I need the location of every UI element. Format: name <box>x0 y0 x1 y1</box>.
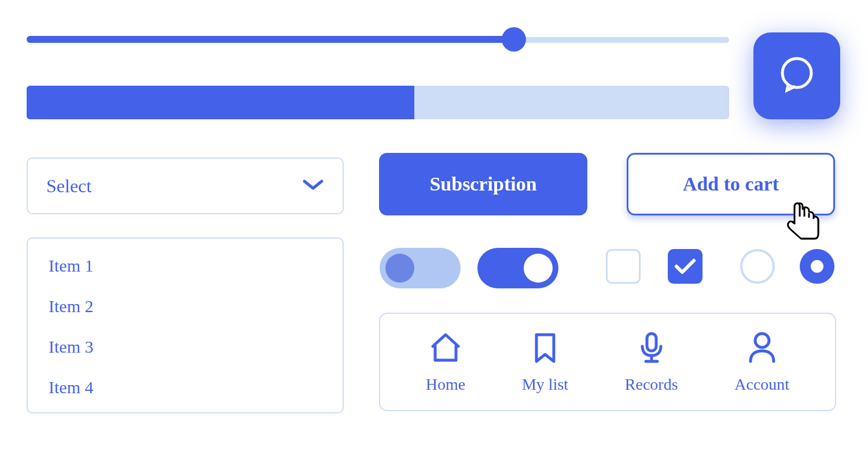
select-dropdown[interactable]: Select <box>27 158 344 214</box>
items-list: Item 1 Item 2 Item 3 Item 4 <box>27 237 344 413</box>
toggle-thumb <box>385 254 414 283</box>
slider-thumb[interactable] <box>502 27 526 52</box>
navigation-bar: Home My list Records Account <box>379 313 836 411</box>
pointer-cursor-icon <box>787 200 822 243</box>
radio-unchecked[interactable] <box>740 249 775 284</box>
subscription-button[interactable]: Subscription <box>379 153 587 215</box>
nav-item-mylist[interactable]: My list <box>522 330 568 394</box>
slider-fill <box>27 36 514 43</box>
microphone-icon <box>634 330 669 367</box>
list-item[interactable]: Item 2 <box>49 296 322 316</box>
nav-label: Records <box>625 375 678 394</box>
radio-inner-dot <box>811 260 823 273</box>
svg-point-0 <box>782 58 811 87</box>
nav-item-records[interactable]: Records <box>625 330 678 394</box>
list-item[interactable]: Item 4 <box>49 378 322 397</box>
list-item[interactable]: Item 1 <box>49 256 322 276</box>
progress-bar-fill <box>27 86 414 119</box>
chat-button[interactable] <box>753 32 840 119</box>
toggle-switch-on[interactable] <box>477 248 558 288</box>
toggle-switch-off[interactable] <box>380 248 461 288</box>
nav-label: My list <box>522 375 568 394</box>
select-label: Select <box>46 175 91 197</box>
nav-item-account[interactable]: Account <box>734 330 789 394</box>
button-label: Add to cart <box>683 173 779 195</box>
nav-item-home[interactable]: Home <box>426 330 465 394</box>
checkbox-checked[interactable] <box>668 249 703 284</box>
svg-rect-1 <box>647 334 656 351</box>
check-icon <box>674 258 697 275</box>
nav-label: Home <box>426 375 465 394</box>
toggle-thumb <box>524 254 553 283</box>
chat-icon <box>777 54 817 97</box>
chevron-down-icon <box>302 178 324 194</box>
nav-label: Account <box>734 375 789 394</box>
user-icon <box>745 330 779 367</box>
checkbox-unchecked[interactable] <box>606 249 641 284</box>
radio-checked[interactable] <box>800 249 834 284</box>
home-icon <box>428 330 463 367</box>
bookmark-icon <box>528 330 562 367</box>
button-label: Subscription <box>429 173 536 195</box>
list-item[interactable]: Item 3 <box>49 337 322 357</box>
svg-point-4 <box>755 334 769 347</box>
